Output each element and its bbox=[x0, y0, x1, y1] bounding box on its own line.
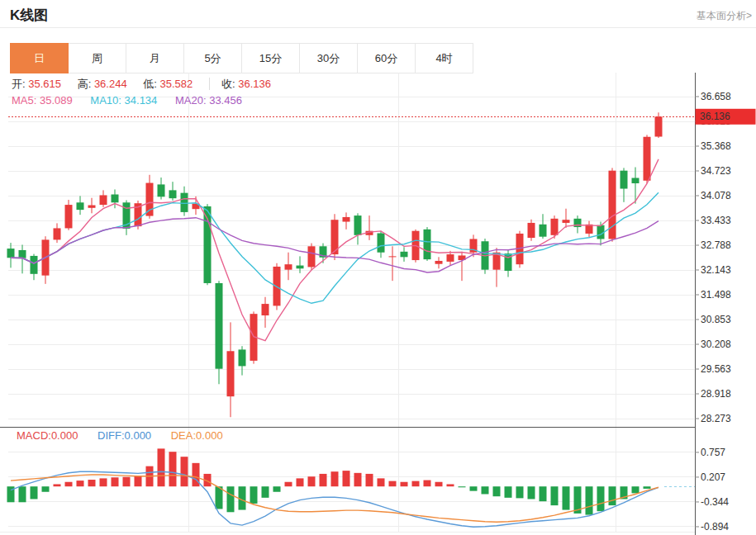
svg-text:29.563: 29.563 bbox=[701, 363, 731, 375]
svg-text:34.723: 34.723 bbox=[701, 165, 731, 177]
tab-week[interactable]: 周 bbox=[69, 43, 126, 73]
close-group: 收: 36.136 bbox=[209, 78, 271, 90]
svg-text:30.208: 30.208 bbox=[701, 339, 731, 350]
diff-group: DIFF:0.000 bbox=[97, 429, 151, 442]
tab-15min[interactable]: 15分 bbox=[242, 43, 300, 73]
period-tabs: 日 周 月 5分 15分 30分 60分 4时 bbox=[10, 43, 473, 73]
close-value: 36.136 bbox=[238, 78, 271, 90]
macd-indicator-row: MACD:0.000 DIFF:0.000 DEA:0.000 bbox=[17, 429, 240, 442]
svg-text:-0.344: -0.344 bbox=[701, 496, 729, 508]
ma10-group: MA10: 34.134 bbox=[90, 94, 157, 107]
fundamental-analysis-link[interactable]: 基本面分析> bbox=[697, 9, 752, 23]
svg-text:28.918: 28.918 bbox=[701, 388, 731, 400]
svg-text:32.788: 32.788 bbox=[701, 239, 731, 251]
macd-value: 0.000 bbox=[51, 429, 78, 442]
ohlc-row: 开: 35.615 高: 36.244 低: 35.582 收: 36.136 bbox=[12, 77, 284, 92]
ma10-value: 34.134 bbox=[125, 94, 158, 107]
header-divider bbox=[0, 27, 756, 28]
tab-day[interactable]: 日 bbox=[10, 43, 69, 73]
svg-text:-0.894: -0.894 bbox=[701, 521, 729, 533]
svg-text:33.433: 33.433 bbox=[701, 215, 731, 226]
svg-text:30.853: 30.853 bbox=[701, 314, 731, 325]
svg-text:35.368: 35.368 bbox=[701, 140, 731, 152]
ma-row: MA5: 35.089 MA10: 34.134 MA20: 33.456 bbox=[12, 94, 257, 107]
open-value: 35.615 bbox=[28, 78, 61, 90]
dea-label: DEA: bbox=[171, 429, 196, 442]
page-title: K线图 bbox=[10, 6, 48, 25]
svg-text:36.136: 36.136 bbox=[700, 111, 730, 122]
low-label: 低: bbox=[143, 78, 157, 90]
macd-label: MACD: bbox=[17, 429, 51, 442]
macd-group: MACD:0.000 bbox=[17, 429, 78, 442]
diff-value: 0.000 bbox=[125, 429, 152, 442]
low-group: 低: 35.582 bbox=[143, 78, 193, 90]
close-label: 收: bbox=[221, 78, 235, 90]
tab-60min[interactable]: 60分 bbox=[358, 43, 416, 73]
high-label: 高: bbox=[78, 78, 92, 90]
svg-text:34.078: 34.078 bbox=[701, 190, 731, 201]
kline-chart-area: 36.65836.01335.36834.72334.07833.43332.7… bbox=[0, 73, 756, 535]
open-label: 开: bbox=[12, 78, 26, 90]
low-value: 35.582 bbox=[160, 78, 193, 90]
ma5-group: MA5: 35.089 bbox=[12, 94, 73, 107]
kline-chart-canvas[interactable]: 36.65836.01335.36834.72334.07833.43332.7… bbox=[0, 73, 756, 535]
svg-text:31.498: 31.498 bbox=[701, 289, 731, 301]
tab-4hour[interactable]: 4时 bbox=[416, 43, 473, 73]
svg-text:28.273: 28.273 bbox=[701, 413, 731, 424]
high-group: 高: 36.244 bbox=[78, 78, 127, 90]
diff-label: DIFF: bbox=[97, 429, 125, 442]
dea-group: DEA:0.000 bbox=[171, 429, 223, 442]
ma5-value: 35.089 bbox=[40, 94, 73, 107]
kline-page: K线图 基本面分析> 日 周 月 5分 15分 30分 60分 4时 36.65… bbox=[0, 0, 756, 535]
open-group: 开: 35.615 bbox=[12, 78, 61, 90]
tab-5min[interactable]: 5分 bbox=[184, 43, 242, 73]
tab-30min[interactable]: 30分 bbox=[300, 43, 358, 73]
ma10-label: MA10: bbox=[90, 94, 121, 107]
svg-text:0.207: 0.207 bbox=[701, 471, 725, 483]
dea-value: 0.000 bbox=[196, 429, 223, 442]
ma20-group: MA20: 33.456 bbox=[175, 94, 242, 107]
tab-month[interactable]: 月 bbox=[126, 43, 184, 73]
svg-text:32.143: 32.143 bbox=[701, 264, 731, 276]
ma20-label: MA20: bbox=[175, 94, 207, 107]
ma20-value: 33.456 bbox=[209, 94, 242, 107]
ma5-label: MA5: bbox=[12, 94, 36, 107]
svg-text:0.757: 0.757 bbox=[701, 447, 725, 458]
svg-text:36.658: 36.658 bbox=[701, 91, 731, 102]
high-value: 36.244 bbox=[94, 78, 127, 90]
